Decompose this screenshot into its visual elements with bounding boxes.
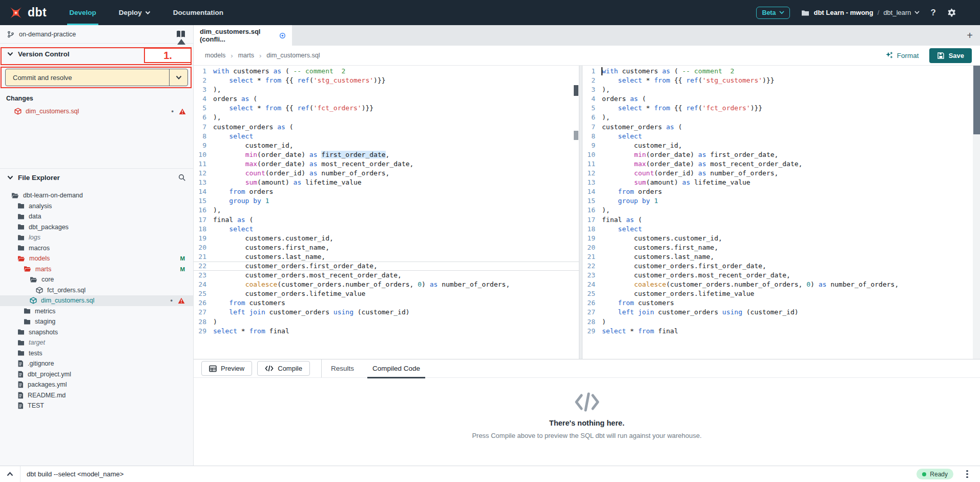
code-line-25[interactable]: 25 customer_orders.lifetime_value: [582, 289, 980, 298]
scrollbar-thumb[interactable]: [973, 66, 980, 134]
code-line-15[interactable]: 15 group by 1: [582, 196, 980, 206]
code-line-27[interactable]: 27 left join customer_orders using (cust…: [582, 308, 980, 317]
code-line-9[interactable]: 9 customer_id,: [582, 141, 980, 150]
code-line-24[interactable]: 24 coalesce(customer_orders.number_of_or…: [194, 280, 579, 289]
tree-item-metrics[interactable]: metrics: [0, 306, 193, 317]
code-line-26[interactable]: 26 from customers: [194, 298, 579, 308]
code-line-15[interactable]: 15 group by 1: [194, 196, 579, 206]
help-icon[interactable]: ?: [931, 8, 936, 17]
breadcrumb-marts[interactable]: marts: [238, 52, 254, 59]
code-line-14[interactable]: 14 from orders: [582, 187, 980, 196]
commit-and-resolve-button[interactable]: Commit and resolve: [5, 69, 188, 86]
code-line-1[interactable]: 1with customers as ( -- comment 2: [194, 67, 579, 76]
tree-item--gitignore[interactable]: .gitignore: [0, 358, 193, 369]
code-line-7[interactable]: 7customer_orders as (: [194, 123, 579, 132]
compile-button[interactable]: Compile: [257, 361, 310, 376]
tab-results[interactable]: Results: [322, 359, 363, 377]
tree-item-marts[interactable]: martsM: [0, 264, 193, 275]
tree-item-logs[interactable]: logs: [0, 232, 193, 243]
tree-item-fct-orders-sql[interactable]: fct_orders.sql: [0, 285, 193, 296]
tab-dim-customers[interactable]: dim_customers.sql (confli...: [194, 25, 292, 46]
code-line-29[interactable]: 29select * from final: [194, 327, 579, 336]
code-line-7[interactable]: 7customer_orders as (: [582, 123, 980, 132]
code-line-11[interactable]: 11 max(order_date) as most_recent_order_…: [194, 159, 579, 169]
tree-item-tests[interactable]: tests: [0, 348, 193, 359]
code-line-23[interactable]: 23 customer_orders.most_recent_order_dat…: [582, 271, 980, 280]
format-button[interactable]: Format: [885, 51, 919, 59]
code-line-5[interactable]: 5 select * from {{ ref('fct_orders')}}: [194, 104, 579, 113]
code-line-16[interactable]: 16),: [582, 206, 980, 215]
code-line-3[interactable]: 3),: [194, 85, 579, 94]
code-line-24[interactable]: 24 coalesce(customer_orders.number_of_or…: [582, 280, 980, 289]
tree-item-dbt-learn-on-demand[interactable]: dbt-learn-on-demand: [0, 190, 193, 201]
code-line-10[interactable]: 10 min(order_date) as first_order_date,: [194, 150, 579, 159]
tree-item-analysis[interactable]: analysis: [0, 201, 193, 212]
nav-deploy[interactable]: Deploy: [119, 0, 151, 25]
kebab-menu-icon[interactable]: [961, 470, 974, 478]
tree-item-staging[interactable]: staging: [0, 316, 193, 327]
code-line-26[interactable]: 26 from customers: [582, 298, 980, 308]
code-line-12[interactable]: 12 count(order_id) as number_of_orders,: [582, 169, 980, 178]
code-line-21[interactable]: 21 customers.last_name,: [582, 252, 980, 262]
code-line-29[interactable]: 29select * from final: [582, 327, 980, 336]
code-line-10[interactable]: 10 min(order_date) as first_order_date,: [582, 150, 980, 159]
code-line-6[interactable]: 6),: [194, 113, 579, 122]
commit-dropdown-toggle[interactable]: [169, 69, 187, 86]
code-line-4[interactable]: 4orders as (: [194, 94, 579, 104]
code-line-6[interactable]: 6),: [582, 113, 980, 122]
code-line-28[interactable]: 28): [194, 317, 579, 327]
code-line-27[interactable]: 27 left join customer_orders using (cust…: [194, 308, 579, 317]
code-line-28[interactable]: 28): [582, 317, 980, 327]
code-pane-right[interactable]: 1with customers as ( -- comment 22 selec…: [582, 66, 980, 359]
code-line-5[interactable]: 5 select * from {{ ref('fct_orders')}}: [582, 104, 980, 113]
code-line-25[interactable]: 25 customer_orders.lifetime_value: [194, 289, 579, 298]
scrollbar-thumb[interactable]: [574, 85, 578, 96]
tab-compiled-code[interactable]: Compiled Code: [363, 359, 429, 377]
command-input[interactable]: dbt build --select <model_name>: [27, 470, 916, 478]
breadcrumb-models[interactable]: models: [205, 52, 225, 59]
code-line-3[interactable]: 3),: [582, 85, 980, 94]
code-line-13[interactable]: 13 sum(amount) as lifetime_value: [194, 178, 579, 187]
tree-item-snapshots[interactable]: snapshots: [0, 327, 193, 338]
pane-divider[interactable]: [579, 66, 582, 359]
code-line-19[interactable]: 19 customers.customer_id,: [582, 234, 980, 243]
tree-item-readme-md[interactable]: README.md: [0, 390, 193, 401]
code-line-17[interactable]: 17final as (: [582, 215, 980, 225]
tree-item-test[interactable]: TEST: [0, 400, 193, 411]
docs-book-icon[interactable]: [176, 30, 186, 38]
tree-item-dbt-project-yml[interactable]: dbt_project.yml: [0, 369, 193, 380]
code-line-8[interactable]: 8 select: [194, 132, 579, 141]
gear-icon[interactable]: [947, 8, 956, 17]
code-line-23[interactable]: 23 customer_orders.most_recent_order_dat…: [194, 271, 579, 280]
code-line-21[interactable]: 21 customers.last_name,: [194, 252, 579, 262]
code-line-12[interactable]: 12 count(order_id) as number_of_orders,: [194, 169, 579, 178]
code-line-19[interactable]: 19 customers.customer_id,: [194, 234, 579, 243]
new-tab-button[interactable]: +: [960, 25, 980, 46]
code-line-13[interactable]: 13 sum(amount) as lifetime_value: [582, 178, 980, 187]
tree-item-dbt-packages[interactable]: dbt_packages: [0, 222, 193, 233]
tree-item-dim-customers-sql[interactable]: dim_customers.sql•: [0, 295, 193, 306]
file-explorer-header[interactable]: File Explorer: [0, 168, 193, 186]
code-line-2[interactable]: 2 select * from {{ ref('stg_customers')}…: [582, 76, 980, 85]
nav-documentation[interactable]: Documentation: [173, 0, 223, 25]
code-line-22[interactable]: 22 customer_orders.first_order_date,: [194, 262, 579, 271]
code-line-2[interactable]: 2 select * from {{ ref('stg_customers')}…: [194, 76, 579, 85]
tree-item-models[interactable]: modelsM: [0, 253, 193, 264]
tree-item-macros[interactable]: macros: [0, 243, 193, 254]
code-line-14[interactable]: 14 from orders: [194, 187, 579, 196]
nav-develop[interactable]: Develop: [69, 0, 96, 25]
code-line-1[interactable]: 1with customers as ( -- comment 2: [582, 67, 980, 76]
code-line-20[interactable]: 20 customers.first_name,: [582, 243, 980, 252]
code-line-9[interactable]: 9 customer_id,: [194, 141, 579, 150]
code-line-11[interactable]: 11 max(order_date) as most_recent_order_…: [582, 159, 980, 169]
beta-button[interactable]: Beta: [756, 7, 790, 19]
tree-item-packages-yml[interactable]: packages.yml: [0, 379, 193, 390]
code-line-22[interactable]: 22 customer_orders.first_order_date,: [582, 262, 980, 271]
code-line-18[interactable]: 18 select: [582, 225, 980, 234]
tree-item-core[interactable]: core: [0, 274, 193, 285]
changed-file-dim-customers[interactable]: dim_customers.sql •: [0, 106, 193, 117]
code-line-18[interactable]: 18 select: [194, 225, 579, 234]
account-switcher[interactable]: dbt Learn - mwong / dbt_learn: [801, 9, 919, 16]
expand-command-bar-button[interactable]: [0, 466, 20, 482]
breadcrumb-file[interactable]: dim_customers.sql: [266, 52, 320, 59]
